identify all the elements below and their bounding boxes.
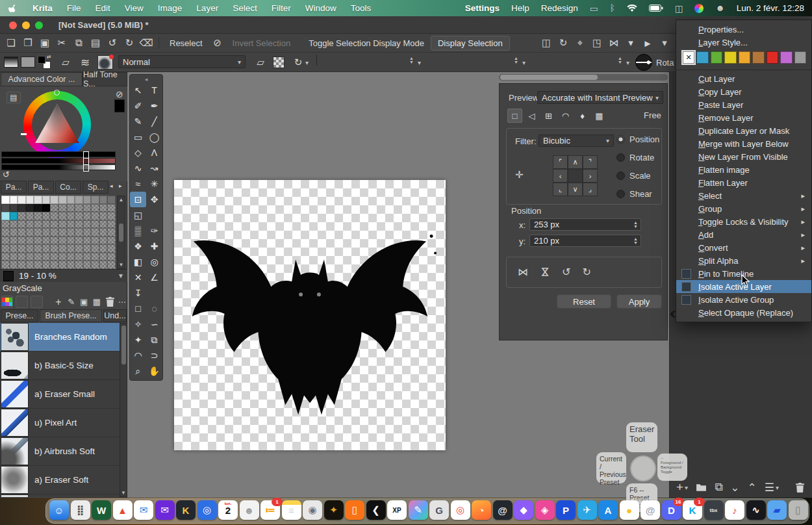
palette-swatch[interactable] [50,212,58,220]
palette-swatch[interactable] [1,228,10,237]
duplicate-layer-icon[interactable]: ⧉ [715,481,722,494]
palette-swatch[interactable] [42,237,51,245]
calligraphy-tool[interactable]: ✒ [146,98,162,114]
palette-swatch[interactable] [10,253,18,261]
p-app[interactable]: P [556,500,576,520]
transform-mode-radio[interactable]: Shear [616,189,659,199]
brush-preset-item[interactable]: b) Basic-5 Size [0,352,120,380]
palette-swatch[interactable] [1,244,10,253]
palette-swatch[interactable] [18,228,26,237]
anchor-button[interactable]: ∧ [568,155,583,169]
music[interactable]: ♪ [725,500,744,520]
reading-app[interactable]: ✦ [324,500,344,520]
bezier-curve-tool[interactable]: ∿ [130,160,146,176]
battery-icon[interactable] [649,5,663,12]
reload-dropdown-icon[interactable]: ▾ [305,59,309,66]
invert-selection-button[interactable]: Invert Selection [226,38,298,48]
mesh-icon[interactable]: ▦ [592,109,607,123]
anchor-button[interactable]: › [583,169,598,183]
menu-item[interactable]: Redesign [541,3,578,13]
preserve-alpha-icon[interactable] [273,57,285,68]
pink-app[interactable]: ◈ [535,500,555,520]
palette-swatch[interactable] [18,220,26,229]
palette-swatch[interactable] [42,204,51,212]
palette-swatch[interactable] [83,196,92,204]
finder[interactable]: ☺ [49,500,69,520]
transform-mode-radio[interactable]: Scale [616,171,659,181]
palette-swatch[interactable] [107,212,116,220]
palette-swatch[interactable] [42,253,51,261]
palette-swatch[interactable] [42,220,51,229]
brush-preset-item[interactable]: a) Eraser Soft [0,466,120,494]
group-layer-icon[interactable] [696,482,707,493]
freehand-path-tool[interactable]: ↝ [146,160,162,176]
add-swatch-icon[interactable]: + [53,296,64,308]
g-app[interactable]: G [429,500,449,520]
menu-item[interactable]: Settings [465,3,500,13]
reference-images-tool[interactable]: ↧ [130,285,146,301]
label-orange-swatch[interactable] [739,51,750,64]
palette-swatch[interactable] [1,196,10,204]
eraser-toggle-icon[interactable]: ▱ [252,55,269,70]
polygon-select-tool[interactable]: ✧ [130,316,146,332]
minimize-window-button[interactable] [22,21,30,29]
palette-swatch[interactable] [26,212,34,220]
palette-swatch[interactable] [26,228,34,237]
line-tool[interactable]: ╱ [146,114,162,129]
palette-swatch[interactable] [34,212,42,220]
palette-swatch[interactable] [42,228,51,237]
preset-list-scrollbar[interactable]: ▼ [120,323,127,497]
deselect-icon[interactable]: ⊘ [209,35,226,51]
save-palette-icon[interactable]: ▣ [79,297,89,307]
mirror-tool-icon[interactable]: ⋈ [605,35,622,51]
palette-swatch[interactable] [67,253,75,261]
menu-item[interactable]: Filter [272,3,291,13]
rotate-canvas-icon[interactable]: ↻ [555,35,572,51]
palette-swatch[interactable] [1,220,10,229]
menu-item[interactable]: Layer [196,3,218,13]
reminders[interactable]: ≔ 1 [260,500,280,520]
filter-dropdown[interactable]: Bicubic▾ [539,134,614,147]
warp-icon[interactable]: ⊞ [541,109,556,123]
palette-swatch[interactable] [107,196,116,204]
palette-swatch[interactable] [75,261,83,269]
trash[interactable]: ▯ [789,500,808,520]
palette-swatch[interactable] [18,261,26,269]
palette-swatch[interactable] [50,237,58,245]
palette-swatch[interactable] [91,228,99,237]
context-menu-item[interactable]: Select Opaque (Replace) [676,306,811,319]
move-layer-down-icon[interactable]: ⌄ [730,481,739,494]
multibrush-tool[interactable]: ✳ [146,176,162,192]
wrap-tool-icon[interactable]: ► [639,35,656,51]
palette-swatch[interactable] [50,261,58,269]
tab-half-tone[interactable]: Half Tone S... [82,72,127,86]
palette-swatch[interactable] [67,261,75,269]
launchpad[interactable]: ⣿ [71,500,90,520]
pan-tool[interactable]: ✋ [146,363,162,379]
free-transform-icon[interactable]: □ [507,109,522,123]
tab-compositions[interactable]: Co... [55,181,81,194]
context-menu-item[interactable]: Merge with Layer Below [676,137,811,150]
dynamic-brush-tool[interactable]: ≈ [130,176,146,192]
mail-purple[interactable]: ✉ [155,500,175,520]
palette-swatch[interactable] [26,196,34,204]
palette-swatch[interactable] [26,237,34,245]
palette-swatch[interactable] [34,220,42,229]
context-menu-item[interactable]: Group ▸ [676,202,811,215]
tab-palette-1[interactable]: Pa... [1,181,27,194]
value-bar-2[interactable] [1,158,116,164]
transform-mode-radio[interactable]: Position [616,134,659,144]
palette-swatch[interactable] [50,196,58,204]
palette-swatch[interactable] [10,237,18,245]
palette-swatch[interactable] [58,244,67,253]
context-menu-item[interactable]: Select ▸ [676,189,811,202]
palette-swatch[interactable] [50,228,58,237]
brave-browser[interactable]: ▲ [113,500,133,520]
ellipse-tool[interactable]: ◯ [146,129,162,145]
notes[interactable]: ≡ [282,500,301,520]
palette-swatch[interactable] [91,237,99,245]
palette-slot-button[interactable] [16,296,28,308]
palette-swatch[interactable] [91,204,99,212]
palette-swatch[interactable] [83,212,92,220]
edit-swatch-icon[interactable]: ✎ [66,297,77,307]
